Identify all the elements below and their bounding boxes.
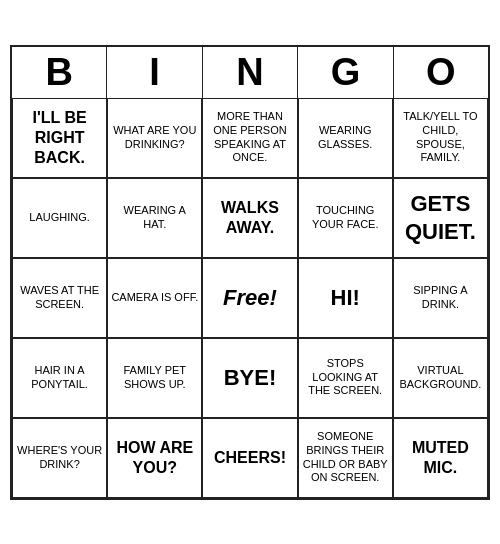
bingo-cell-4: TALK/YELL TO CHILD, SPOUSE, FAMILY. [393, 98, 488, 178]
bingo-cell-2: MORE THAN ONE PERSON SPEAKING AT ONCE. [202, 98, 297, 178]
bingo-cell-14: SIPPING A DRINK. [393, 258, 488, 338]
bingo-cell-0: I'LL BE RIGHT BACK. [12, 98, 107, 178]
bingo-cell-17: BYE! [202, 338, 297, 418]
bingo-cell-13: HI! [298, 258, 393, 338]
bingo-card: BINGO I'LL BE RIGHT BACK.WHAT ARE YOU DR… [10, 45, 490, 500]
bingo-cell-1: WHAT ARE YOU DRINKING? [107, 98, 202, 178]
header-letter-o: O [394, 47, 488, 98]
header-letter-i: I [107, 47, 202, 98]
bingo-cell-24: MUTED MIC. [393, 418, 488, 498]
bingo-cell-15: HAIR IN A PONYTAIL. [12, 338, 107, 418]
bingo-cell-5: LAUGHING. [12, 178, 107, 258]
bingo-cell-21: HOW ARE YOU? [107, 418, 202, 498]
bingo-cell-12: Free! [202, 258, 297, 338]
bingo-cell-19: VIRTUAL BACKGROUND. [393, 338, 488, 418]
bingo-cell-6: WEARING A HAT. [107, 178, 202, 258]
header-letter-b: B [12, 47, 107, 98]
header-letter-n: N [203, 47, 298, 98]
bingo-cell-18: STOPS LOOKING AT THE SCREEN. [298, 338, 393, 418]
bingo-header: BINGO [12, 47, 488, 98]
bingo-cell-9: GETS QUIET. [393, 178, 488, 258]
bingo-cell-3: WEARING GLASSES. [298, 98, 393, 178]
bingo-cell-23: SOMEONE BRINGS THEIR CHILD OR BABY ON SC… [298, 418, 393, 498]
bingo-cell-11: CAMERA IS OFF. [107, 258, 202, 338]
bingo-cell-8: TOUCHING YOUR FACE. [298, 178, 393, 258]
bingo-cell-10: WAVES AT THE SCREEN. [12, 258, 107, 338]
header-letter-g: G [298, 47, 393, 98]
bingo-cell-16: FAMILY PET SHOWS UP. [107, 338, 202, 418]
bingo-cell-20: WHERE'S YOUR DRINK? [12, 418, 107, 498]
bingo-cell-22: CHEERS! [202, 418, 297, 498]
bingo-cell-7: WALKS AWAY. [202, 178, 297, 258]
bingo-grid: I'LL BE RIGHT BACK.WHAT ARE YOU DRINKING… [12, 98, 488, 498]
